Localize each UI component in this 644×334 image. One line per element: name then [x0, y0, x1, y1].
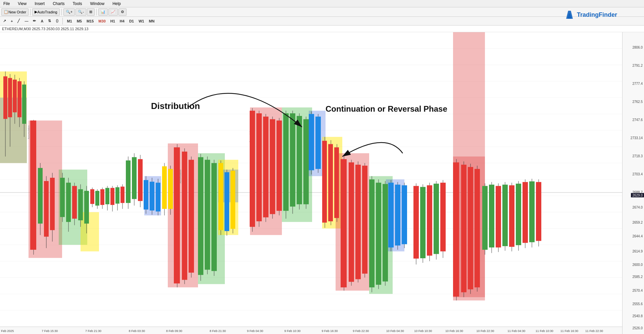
svg-rect-164 — [395, 185, 400, 245]
menu-charts[interactable]: Charts — [51, 1, 66, 7]
svg-rect-158 — [376, 183, 381, 285]
svg-rect-130 — [283, 113, 289, 211]
tf-arrow[interactable]: ↗ — [1, 18, 8, 23]
time-2: 7 Feb 21:30 — [85, 329, 101, 333]
chart-svg: Accumulation Accumulation Accumulation — [0, 32, 622, 327]
price-1: 2806.0 — [632, 46, 643, 49]
menu-help[interactable]: Help — [110, 1, 123, 7]
price-3: 2777.4 — [632, 82, 643, 86]
new-order-button[interactable]: 📋 New Order — [1, 8, 29, 16]
svg-rect-78 — [105, 188, 109, 204]
svg-rect-124 — [263, 117, 268, 217]
tf-w1[interactable]: W1 — [137, 19, 146, 23]
svg-rect-70 — [84, 191, 89, 224]
price-12: 2644.4 — [632, 234, 643, 238]
price-14: 2600.0 — [632, 263, 643, 267]
toolbar-drawing: ↗ + ╱ — ✏ A ⇅ ⟨⟩ M1 M5 M15 M30 H1 H4 D1 … — [0, 17, 644, 25]
svg-rect-136 — [303, 119, 309, 204]
svg-rect-196 — [516, 184, 521, 245]
svg-rect-172 — [427, 185, 432, 256]
chart-container[interactable]: Accumulation Accumulation Accumulation — [0, 32, 644, 334]
tf-m15[interactable]: M15 — [85, 19, 95, 23]
indicator-button[interactable]: 📈 — [108, 8, 118, 16]
menu-window[interactable]: Window — [88, 1, 107, 7]
svg-rect-168 — [413, 186, 419, 259]
svg-rect-100 — [168, 169, 173, 209]
price-4: 2762.5 — [632, 100, 643, 104]
tf-m30[interactable]: M30 — [97, 19, 107, 23]
template-button[interactable]: ⚙ — [118, 8, 127, 16]
chart-type-button[interactable]: 📊 — [98, 8, 108, 16]
tf-line[interactable]: ╱ — [16, 18, 21, 23]
logo-text: TradingFinder — [577, 11, 617, 18]
svg-rect-170 — [420, 187, 426, 258]
time-16: 11 Feb 16:30 — [560, 329, 578, 333]
zoom-in-button[interactable]: 🔍+ — [63, 8, 75, 16]
svg-rect-192 — [502, 185, 508, 246]
tf-hline[interactable]: — — [23, 19, 30, 23]
fit-button[interactable]: ⊞ — [87, 8, 95, 16]
svg-rect-146 — [334, 147, 339, 218]
price-current: 2629.0 — [631, 193, 644, 198]
tf-pen[interactable]: ✏ — [31, 18, 38, 23]
svg-rect-50 — [17, 81, 21, 117]
menu-insert[interactable]: Insert — [33, 1, 47, 7]
tf-mn[interactable]: MN — [147, 19, 156, 23]
tf-m1[interactable]: M1 — [65, 19, 73, 23]
tf-fib[interactable]: ⇅ — [46, 18, 53, 23]
svg-rect-186 — [482, 186, 488, 250]
svg-rect-102 — [174, 147, 180, 283]
svg-rect-92 — [144, 180, 148, 210]
price-19: 2526.0 — [632, 326, 643, 330]
price-13: 2614.9 — [632, 249, 643, 253]
svg-rect-202 — [536, 182, 541, 241]
tf-elliot[interactable]: ⟨⟩ — [54, 18, 60, 23]
menu-view[interactable]: View — [16, 1, 29, 7]
svg-rect-76 — [100, 189, 104, 205]
svg-rect-180 — [461, 165, 466, 292]
svg-rect-106 — [189, 160, 194, 273]
svg-rect-48 — [13, 79, 17, 112]
svg-rect-72 — [90, 189, 94, 204]
time-5: 8 Feb 21:30 — [210, 329, 226, 333]
menu-bar: File View Insert Charts Tools Window Hel… — [0, 0, 644, 7]
price-17: 2555.6 — [632, 302, 643, 306]
svg-rect-74 — [95, 191, 99, 206]
separator — [96, 9, 97, 15]
time-1: 7 Feb 15:30 — [42, 329, 58, 333]
tf-m5[interactable]: M5 — [75, 19, 84, 23]
svg-rect-104 — [182, 152, 187, 280]
svg-rect-60 — [50, 178, 55, 230]
svg-rect-200 — [529, 181, 535, 242]
price-5: 2747.6 — [632, 118, 643, 122]
time-3: 8 Feb 03:30 — [129, 329, 145, 333]
price-16: 2570.4 — [632, 288, 643, 292]
tf-h4[interactable]: H4 — [118, 19, 126, 23]
menu-file[interactable]: File — [1, 1, 12, 7]
svg-rect-132 — [290, 113, 295, 207]
svg-rect-44 — [3, 76, 7, 119]
svg-rect-148 — [341, 159, 347, 287]
svg-rect-156 — [369, 179, 375, 287]
price-8: 2703.4 — [632, 172, 643, 176]
svg-rect-94 — [150, 182, 154, 211]
autotrading-button[interactable]: ▶ AutoTrading — [32, 8, 60, 16]
zoom-out-button[interactable]: 🔍- — [76, 8, 86, 16]
tf-crosshair[interactable]: + — [9, 19, 14, 23]
svg-rect-198 — [523, 182, 528, 243]
tf-d1[interactable]: D1 — [128, 19, 136, 23]
price-2: 2791.2 — [632, 64, 643, 67]
price-6: 2733.14 — [631, 136, 643, 140]
svg-rect-62 — [60, 178, 65, 217]
logo-icon — [564, 9, 575, 20]
svg-rect-58 — [44, 181, 49, 237]
menu-tools[interactable]: Tools — [71, 1, 84, 7]
time-10: 10 Feb 04:30 — [386, 329, 404, 333]
svg-rect-80 — [110, 188, 114, 205]
tf-text[interactable]: A — [39, 19, 45, 23]
tf-h1[interactable]: H1 — [109, 19, 117, 23]
svg-rect-160 — [383, 184, 388, 282]
time-8: 9 Feb 16:30 — [322, 329, 338, 333]
svg-rect-46 — [8, 78, 12, 117]
svg-rect-166 — [402, 185, 407, 244]
